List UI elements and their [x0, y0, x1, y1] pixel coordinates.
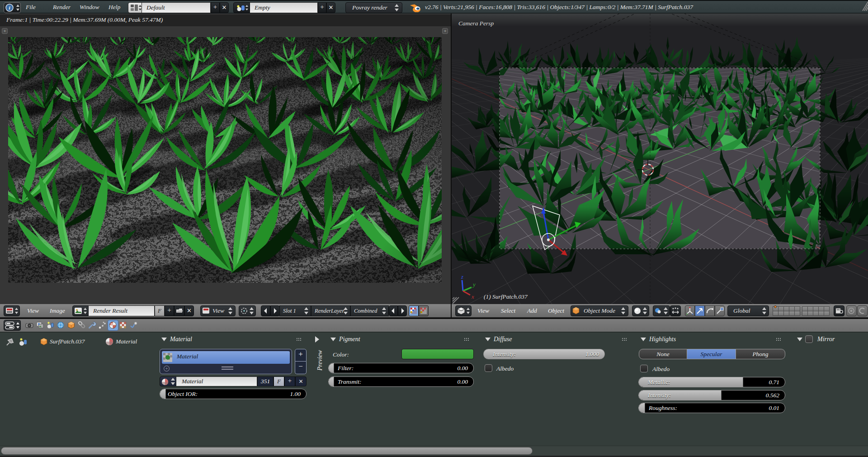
svg-text:Camera Persp: Camera Persp [458, 20, 494, 27]
svg-text:y: y [472, 281, 476, 288]
svg-text:z: z [461, 273, 463, 280]
svg-text:(1) SurfPatch.037: (1) SurfPatch.037 [484, 293, 528, 300]
svg-text:x: x [471, 293, 474, 300]
